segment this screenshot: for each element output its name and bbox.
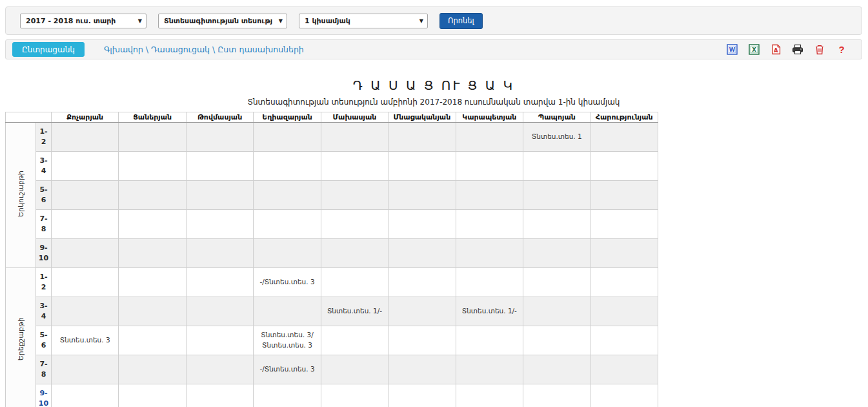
schedule-slot-cell [186, 239, 253, 268]
schedule-slot-cell [254, 210, 321, 239]
lecturer-column-header: Կարապետյան [456, 112, 523, 123]
semester-select-wrap: 1 կիսամյակ [299, 14, 428, 28]
schedule-slot-cell [456, 384, 523, 407]
schedule-slot-cell [119, 268, 186, 297]
delete-icon [814, 44, 825, 55]
schedule-slot-cell [321, 268, 388, 297]
schedule-slot-cell [389, 355, 456, 384]
schedule-row: 5- 6Տնտես.տես. 3Տնտես.տես. 3/ Տնտես.տես.… [6, 326, 658, 355]
schedule-slot-cell [254, 384, 321, 407]
schedule-slot-cell [321, 326, 388, 355]
schedule-row: 9- 10 [6, 239, 658, 268]
schedule-slot-cell: Տնտես.տես. 1/- [321, 297, 388, 326]
schedule-slot-cell [523, 210, 590, 239]
schedule-header-corner [6, 112, 52, 123]
period-cell: 1- 2 [36, 268, 52, 297]
schedule-slot-cell: Տնտես.տես. 1 [523, 123, 590, 152]
schedule-slot-cell: Տնտես.տես. 1/- [456, 297, 523, 326]
schedule-slot-cell [119, 239, 186, 268]
schedule-slot-cell [389, 123, 456, 152]
schedule-slot-cell [456, 152, 523, 181]
schedule-slot-cell [52, 123, 119, 152]
schedule-row: 3- 4 [6, 152, 658, 181]
schedule-slot-cell [52, 210, 119, 239]
schedule-slot-cell [119, 384, 186, 407]
schedule-slot-cell [523, 181, 590, 210]
schedule-slot-cell [254, 297, 321, 326]
schedule-slot-cell [186, 326, 253, 355]
svg-text:A: A [773, 47, 778, 54]
search-button[interactable]: Որոնել [439, 13, 483, 29]
subject-select-wrap: Տնտեսագիտության տեսություն [158, 14, 287, 28]
schedule-slot-cell [52, 239, 119, 268]
schedule-slot-cell [389, 239, 456, 268]
schedule-row: 7- 8 [6, 210, 658, 239]
schedule-row: 5- 6 [6, 181, 658, 210]
schedule-slot-cell [186, 152, 253, 181]
schedule-slot-cell [119, 123, 186, 152]
breadcrumb[interactable]: Գլխավոր \ Դասացուցակ \ Ըստ դասախոսների [104, 45, 304, 54]
schedule-row: 7- 8-/Տնտես.տես. 3 [6, 355, 658, 384]
schedule-slot-cell [254, 123, 321, 152]
svg-text:X: X [752, 47, 756, 53]
excel-export-icon: X [749, 44, 760, 55]
schedule-slot-cell [456, 123, 523, 152]
schedule-row: 3- 4Տնտես.տես. 1/-Տնտես.տես. 1/- [6, 297, 658, 326]
schedule-slot-cell [456, 268, 523, 297]
schedule-slot-cell [523, 239, 590, 268]
print-button[interactable] [792, 44, 803, 56]
semester-select[interactable]: 1 կիսամյակ [299, 14, 428, 28]
help-icon: ? [838, 44, 844, 55]
schedule-slot-cell [590, 355, 658, 384]
schedule-slot-cell: -/Տնտես.տես. 3 [254, 268, 321, 297]
schedule-slot-cell [456, 326, 523, 355]
schedule-slot-cell [456, 239, 523, 268]
schedule-slot-cell [523, 326, 590, 355]
menu-button[interactable]: Ընտրացանկ [12, 42, 85, 57]
schedule-slot-cell [186, 268, 253, 297]
filters-toolbar: 2017 - 2018 ուս. տարի Տնտեսագիտության տե… [5, 6, 862, 35]
period-cell: 5- 6 [36, 326, 52, 355]
schedule-slot-cell [590, 326, 658, 355]
schedule-slot-cell: -/Տնտես.տես. 3 [254, 355, 321, 384]
schedule-slot-cell: Տնտես.տես. 3 [52, 326, 119, 355]
schedule-slot-cell [523, 355, 590, 384]
schedule-slot-cell [389, 326, 456, 355]
year-select[interactable]: 2017 - 2018 ուս. տարի [20, 14, 146, 28]
schedule-slot-cell [254, 239, 321, 268]
schedule-slot-cell [523, 268, 590, 297]
schedule-slot-cell [119, 181, 186, 210]
lecturer-column-header: Քոչարյան [52, 112, 119, 123]
schedule-slot-cell [456, 181, 523, 210]
lecturer-column-header: Թովմասյան [186, 112, 253, 123]
schedule-slot-cell [321, 384, 388, 407]
schedule-slot-cell [590, 123, 658, 152]
word-export-button[interactable]: W [726, 44, 738, 56]
schedule-slot-cell [119, 355, 186, 384]
schedule-row: 9- 10 [6, 384, 658, 407]
schedule-slot-cell [590, 268, 658, 297]
year-select-wrap: 2017 - 2018 ուս. տարի [20, 14, 146, 28]
lecturer-column-header: Մախասյան [321, 112, 388, 123]
delete-button[interactable] [814, 44, 825, 56]
word-export-icon: W [727, 44, 738, 55]
day-cell: Երեքշաբթի [6, 268, 36, 407]
excel-export-button[interactable]: X [748, 44, 760, 56]
lecturer-column-header: Եղիազարյան [254, 112, 321, 123]
schedule-slot-cell [389, 384, 456, 407]
schedule-slot-cell [456, 210, 523, 239]
schedule-slot-cell [389, 268, 456, 297]
help-button[interactable]: ? [836, 44, 847, 56]
schedule-slot-cell [389, 210, 456, 239]
period-cell: 9- 10 [36, 239, 52, 268]
subject-select[interactable]: Տնտեսագիտության տեսություն [158, 14, 287, 28]
schedule-slot-cell [321, 152, 388, 181]
schedule-slot-cell [321, 210, 388, 239]
schedule-slot-cell [590, 384, 658, 407]
schedule-slot-cell [186, 355, 253, 384]
schedule-slot-cell [321, 123, 388, 152]
nav-bar: Ընտրացանկ Գլխավոր \ Դասացուցակ \ Ըստ դաս… [5, 39, 862, 59]
lecturer-column-header: Հարությունյան [590, 112, 658, 123]
schedule-slot-cell [52, 297, 119, 326]
pdf-export-button[interactable]: A [770, 44, 782, 56]
